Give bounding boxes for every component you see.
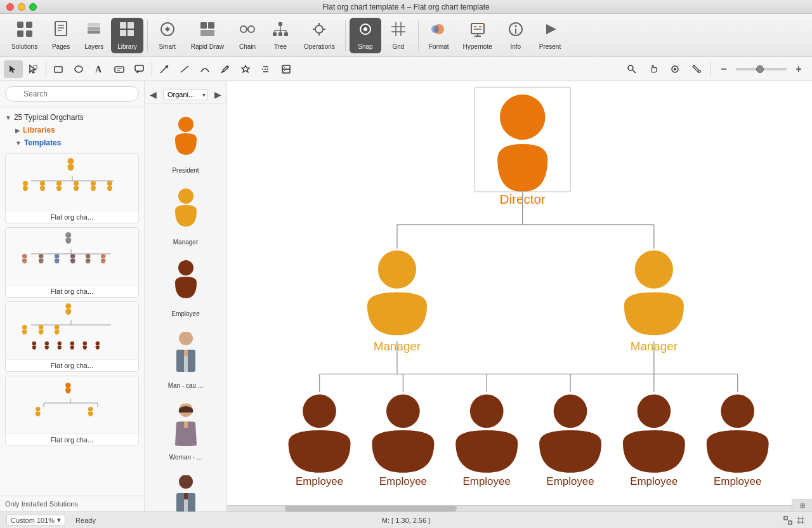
close-button[interactable] — [6, 3, 14, 11]
shape-employee[interactable]: Employee — [145, 256, 226, 320]
toolbar-rapid-draw[interactable]: Rapid Draw — [185, 18, 230, 53]
svg-rect-0 — [17, 22, 23, 28]
template-card-2[interactable]: Flat org cha... — [5, 227, 139, 298]
toolbar-smart[interactable]: Smart — [152, 18, 183, 53]
svg-rect-54 — [34, 65, 37, 69]
tool-rect[interactable] — [49, 60, 68, 78]
tool-select[interactable] — [4, 60, 23, 78]
operations-icon — [310, 20, 328, 42]
eyedrop-tool[interactable] — [665, 60, 684, 78]
tool-sep-1 — [46, 62, 46, 77]
nav-prev-button[interactable]: ◀ — [150, 89, 157, 100]
tool-comment[interactable] — [130, 60, 149, 78]
tree-libraries[interactable]: ▶ Libraries — [10, 124, 144, 136]
nav-next-button[interactable]: ▶ — [214, 89, 221, 100]
svg-point-31 — [315, 25, 323, 33]
tool-ellipse[interactable] — [69, 60, 88, 78]
tool-text[interactable]: A — [89, 60, 108, 78]
main-content: 🔍 ▼ 25 Typical Orgcharts ▶ Libraries ▼ T… — [0, 81, 812, 512]
svg-point-144 — [470, 394, 504, 428]
template-thumb-2 — [6, 228, 138, 285]
template-card-1[interactable]: Flat org cha... — [5, 153, 139, 223]
toolbar-group-left: Solutions Pages Layers Library — [5, 18, 143, 53]
chain-label: Chain — [239, 43, 256, 50]
status-right — [783, 515, 806, 525]
toolbar-grid[interactable]: Grid — [383, 18, 414, 53]
toolbar-info[interactable]: Info — [500, 18, 532, 53]
resize-corner[interactable]: ⊞ — [792, 499, 812, 512]
toolbar-solutions[interactable]: Solutions — [5, 18, 44, 53]
status-ready: Ready — [75, 517, 96, 524]
fill-tool[interactable] — [687, 60, 706, 78]
svg-point-110 — [178, 117, 193, 132]
shape-woman[interactable]: Woman - ... — [145, 399, 226, 463]
tree-root[interactable]: ▼ 25 Typical Orgcharts — [0, 111, 144, 124]
tree-templates[interactable]: ▼ Templates — [10, 136, 144, 149]
hypernote-label: Hypernote — [463, 43, 492, 50]
template-name-1: Flat org cha... — [6, 211, 138, 223]
shape-figure-president — [168, 115, 203, 166]
pages-icon — [53, 20, 69, 42]
template-card-4[interactable]: Flat org cha... — [5, 376, 139, 446]
window-controls[interactable] — [6, 3, 37, 11]
tool-label[interactable] — [110, 60, 129, 78]
svg-point-82 — [65, 232, 71, 238]
tool-text-select[interactable] — [24, 60, 43, 78]
svg-rect-11 — [120, 22, 126, 29]
present-icon — [541, 20, 559, 42]
h-scrollbar[interactable] — [227, 505, 802, 512]
canvas-area[interactable]: Director Manager Man — [227, 81, 812, 512]
svg-rect-55 — [55, 67, 62, 72]
zoom-out-button[interactable]: − — [714, 60, 733, 78]
toolbar-layers[interactable]: Layers — [78, 18, 110, 53]
resize-icon: ⊞ — [800, 502, 805, 509]
solutions-icon — [16, 20, 34, 42]
toolbar-chain[interactable]: Chain — [232, 18, 263, 53]
tool-touch[interactable] — [236, 60, 255, 78]
zoom-search-button[interactable] — [622, 60, 641, 78]
zoom-slider[interactable] — [736, 68, 787, 70]
toolbar-snap[interactable]: Snap — [350, 18, 381, 53]
shape-president[interactable]: President — [145, 112, 226, 176]
tool-split[interactable] — [256, 60, 275, 78]
svg-point-72 — [67, 158, 74, 164]
tree-label: Tree — [274, 43, 287, 50]
shapes-category-select[interactable]: Organi... — [163, 89, 208, 100]
smart-icon — [159, 20, 176, 42]
tool-arrow[interactable] — [155, 60, 174, 78]
template-card-3[interactable]: Flat org cha... — [5, 301, 139, 372]
svg-rect-8 — [88, 30, 100, 34]
minimize-button[interactable] — [18, 3, 25, 11]
toolbar-divider-1 — [147, 20, 148, 51]
svg-point-65 — [227, 65, 229, 67]
svg-point-90 — [100, 254, 105, 259]
shape-figure-employee — [168, 258, 203, 309]
rapid-draw-icon — [199, 20, 216, 42]
svg-rect-18 — [200, 30, 214, 36]
tool-line[interactable] — [175, 60, 194, 78]
h-scrollbar-thumb[interactable] — [285, 506, 457, 512]
toolbar-operations[interactable]: Operations — [298, 18, 341, 53]
search-wrapper: 🔍 — [5, 86, 139, 102]
toolbar-tree[interactable]: Tree — [265, 18, 296, 53]
tool-pen[interactable] — [216, 60, 235, 78]
svg-point-76 — [40, 181, 45, 186]
shape-man-african[interactable]: Man - african — [145, 471, 226, 512]
zoom-in-button[interactable]: + — [789, 60, 808, 78]
shape-manager[interactable]: Manager — [145, 184, 226, 248]
maximize-button[interactable] — [29, 3, 37, 11]
toolbar-pages[interactable]: Pages — [45, 18, 77, 53]
zoom-display[interactable]: Custom 101% ▾ — [6, 515, 65, 525]
svg-point-147 — [721, 394, 754, 428]
hand-tool[interactable] — [644, 60, 663, 78]
tool-mask[interactable] — [277, 60, 296, 78]
format-label: Format — [429, 43, 449, 50]
search-input[interactable] — [5, 86, 139, 102]
toolbar-format[interactable]: Format — [422, 18, 455, 53]
toolbar-hypernote[interactable]: Hypernote — [457, 18, 499, 53]
toolbar-present[interactable]: Present — [533, 18, 567, 53]
tool-curve[interactable] — [195, 60, 214, 78]
hypernote-icon — [469, 20, 487, 42]
shape-man-cau[interactable]: Man - cau ... — [145, 327, 226, 392]
toolbar-library[interactable]: Library — [111, 18, 143, 53]
